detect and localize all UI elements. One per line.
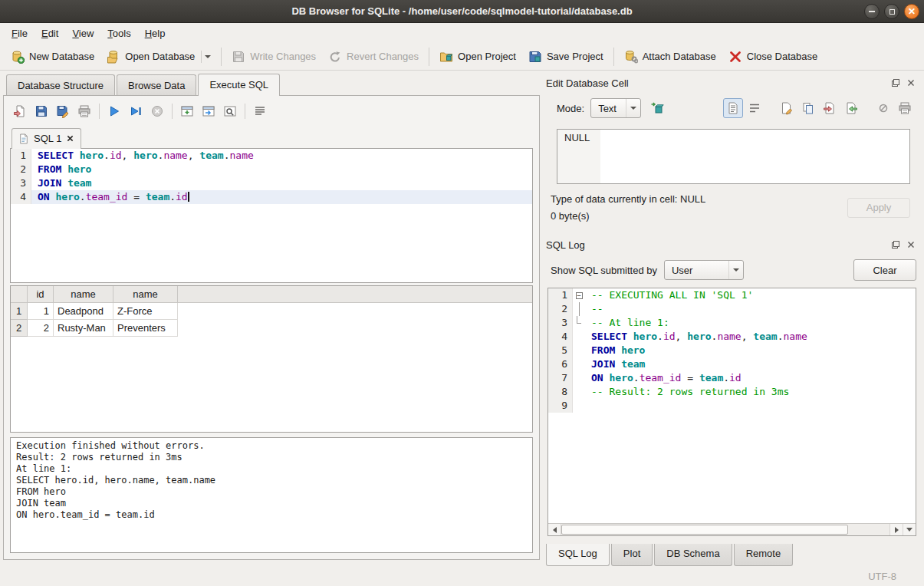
code-text: --	[585, 302, 916, 316]
toolbar-separator	[221, 48, 222, 66]
scroll-right-icon[interactable]	[889, 524, 903, 535]
toolbar-separator	[613, 48, 614, 66]
float-dock-icon[interactable]	[889, 77, 901, 89]
save-sql-as-icon[interactable]	[53, 101, 73, 121]
import-cell-icon[interactable]	[841, 98, 861, 118]
find-replace-icon[interactable]	[220, 101, 240, 121]
dock-tab-plot[interactable]: Plot	[611, 544, 653, 566]
toolbar-separator	[245, 104, 245, 119]
revert-changes-button[interactable]: Revert Changes	[322, 47, 425, 67]
print-cell-icon[interactable]	[895, 98, 915, 118]
tab-execute-sql[interactable]: Execute SQL	[198, 74, 280, 96]
content: Database StructureBrowse DataExecute SQL…	[0, 71, 924, 566]
column-header[interactable]: name	[54, 286, 113, 303]
write-changes-button[interactable]: Write Changes	[225, 47, 322, 67]
scroll-left-icon[interactable]	[548, 524, 561, 535]
new-tab-icon[interactable]	[177, 101, 197, 121]
row-number[interactable]: 2	[11, 320, 28, 337]
menu-help[interactable]: Help	[138, 25, 173, 42]
open-in-tab-icon[interactable]	[199, 101, 219, 121]
cell[interactable]: Deadpond	[54, 303, 113, 320]
menu-view[interactable]: View	[65, 25, 100, 42]
dock-tab-db-schema[interactable]: DB Schema	[654, 544, 732, 566]
print-icon[interactable]	[74, 101, 94, 121]
save-project-button[interactable]: Save Project	[522, 47, 610, 67]
column-header[interactable]: name	[113, 286, 178, 303]
set-null-icon[interactable]	[873, 98, 893, 118]
fold-marker	[573, 399, 585, 413]
horizontal-scrollbar[interactable]	[548, 523, 916, 535]
tab-database-structure[interactable]: Database Structure	[6, 74, 115, 95]
text-view-icon[interactable]	[723, 98, 743, 118]
scrollbar-track[interactable]	[848, 524, 889, 535]
dock-tab-remote[interactable]: Remote	[734, 544, 794, 566]
fold-marker	[573, 330, 585, 344]
cell[interactable]: 2	[28, 320, 54, 337]
cell[interactable]: Z-Force	[113, 303, 178, 320]
sql-editor[interactable]: 1SELECT hero.id, hero.name, team.name2FR…	[10, 148, 533, 283]
dock-tab-sql-log[interactable]: SQL Log	[546, 544, 610, 566]
row-number[interactable]: 1	[11, 303, 28, 320]
window-controls: ✕	[864, 4, 919, 19]
execute-line-icon[interactable]	[126, 101, 146, 121]
column-header[interactable]: id	[28, 286, 54, 303]
line-number: 9	[548, 399, 573, 413]
menu-tools[interactable]: Tools	[100, 25, 137, 42]
attach-database-label: Attach Database	[643, 51, 716, 62]
new-database-button[interactable]: New Database	[5, 47, 100, 67]
cell[interactable]: Rusty-Man	[54, 320, 113, 337]
line-number: 5	[548, 344, 573, 357]
menubar: FileEditViewToolsHelp	[0, 23, 924, 43]
export-cell-icon[interactable]	[820, 98, 840, 118]
close-dock-icon[interactable]	[905, 239, 916, 251]
maximize-button[interactable]	[884, 4, 899, 19]
clear-log-button[interactable]: Clear	[853, 259, 916, 281]
import-file-icon[interactable]	[647, 98, 667, 118]
float-dock-icon[interactable]	[889, 239, 901, 251]
sql-log-dock-header: SQL Log	[546, 237, 916, 252]
revert-changes-icon	[328, 50, 342, 64]
close-database-button[interactable]: Close Database	[722, 47, 824, 67]
attach-database-button[interactable]: Attach Database	[618, 47, 722, 67]
code-line: 6JOIN team	[548, 357, 916, 371]
line-number: 6	[548, 357, 573, 371]
dropdown-arrow-icon[interactable]	[201, 51, 211, 63]
log-filter-row: Show SQL submitted by User Clear	[551, 259, 916, 281]
cell[interactable]: 1	[28, 303, 54, 320]
line-number: 4	[548, 330, 573, 344]
copy-cell-icon[interactable]	[798, 98, 818, 118]
sql-log-view[interactable]: 1−-- EXECUTING ALL IN 'SQL 1'2--3-- At l…	[547, 288, 916, 536]
code-text: SELECT hero.id, hero.name, team.name	[585, 330, 916, 344]
minimize-button[interactable]	[864, 4, 880, 19]
execute-all-icon[interactable]	[104, 101, 124, 121]
sql-log-lines: 1−-- EXECUTING ALL IN 'SQL 1'2--3-- At l…	[548, 288, 916, 523]
close-dock-icon[interactable]	[905, 77, 916, 89]
open-project-button[interactable]: Open Project	[433, 47, 522, 67]
apply-button[interactable]: Apply	[847, 198, 910, 218]
cell-value-editor[interactable]: NULL	[557, 129, 910, 184]
cell-type-info: Type of data currently in cell: NULL	[551, 193, 847, 205]
open-database-button[interactable]: Open Database	[100, 47, 217, 67]
mode-combobox[interactable]: Text	[590, 98, 641, 118]
scroll-down-icon[interactable]	[903, 524, 916, 535]
menu-file[interactable]: File	[5, 25, 35, 42]
save-sql-icon[interactable]	[31, 101, 51, 121]
cell[interactable]: Preventers	[113, 320, 178, 337]
close-window-button[interactable]: ✕	[904, 4, 919, 19]
log-filter-combobox[interactable]: User	[664, 260, 744, 280]
cell-value: NULL	[557, 130, 600, 183]
word-wrap-icon[interactable]	[745, 98, 765, 118]
open-sql-icon[interactable]	[10, 101, 30, 121]
format-icon[interactable]	[250, 101, 270, 121]
collapse-icon[interactable]: −	[576, 292, 583, 299]
save-cell-icon[interactable]	[777, 98, 797, 118]
fold-end	[577, 316, 581, 324]
sql-tab[interactable]: SQL 1	[12, 128, 81, 149]
fold-marker[interactable]: −	[573, 288, 585, 302]
close-tab-icon[interactable]	[67, 135, 74, 142]
stop-icon[interactable]	[147, 101, 167, 121]
menu-edit[interactable]: Edit	[35, 25, 65, 42]
scrollbar-thumb[interactable]	[561, 525, 848, 535]
tab-browse-data[interactable]: Browse Data	[117, 74, 196, 95]
fold-marker	[573, 357, 585, 371]
